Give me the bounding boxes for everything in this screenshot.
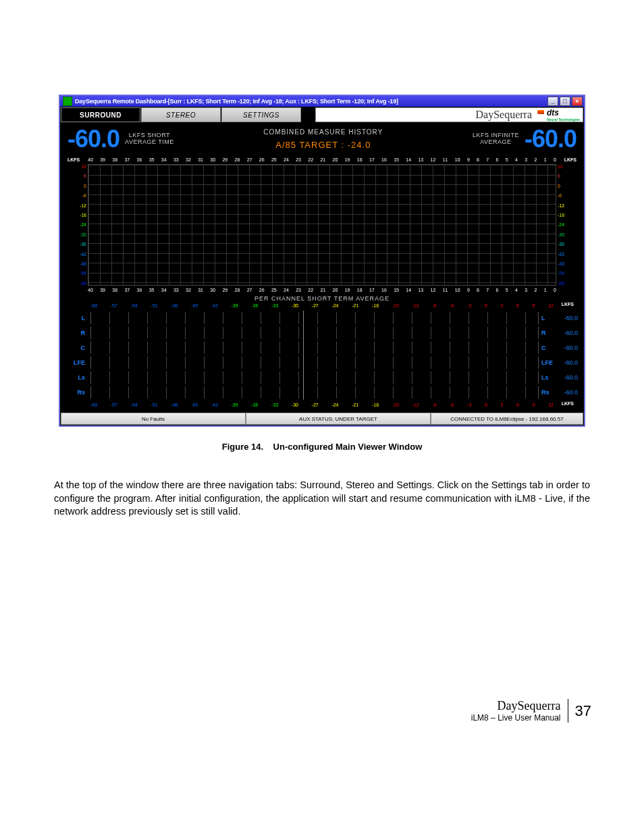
tick: 39 (100, 288, 105, 292)
tick: 19 (345, 288, 350, 292)
maximize-button[interactable]: □ (560, 97, 570, 106)
tick: 21 (320, 157, 325, 162)
tick: 30 (210, 157, 215, 162)
tick: 9 (467, 157, 470, 162)
tab-stereo[interactable]: STEREO (141, 107, 221, 122)
tick: -18 (558, 213, 568, 217)
tick: 0 (485, 402, 487, 407)
tick: 0 (76, 184, 86, 188)
channel-meter (90, 342, 539, 354)
tick: -24 (331, 402, 338, 407)
axis-unit-tl: LKFS (68, 157, 80, 162)
tick: 6 (558, 174, 568, 178)
tick: 5 (506, 288, 508, 292)
tick: 3 (501, 303, 504, 308)
close-button[interactable]: × (572, 97, 583, 106)
tick: -12 (412, 402, 419, 407)
tick: 11 (443, 288, 448, 292)
tick: 4 (515, 157, 518, 162)
channel-value: -60.0 (558, 374, 578, 381)
channel-label-left: LFE (66, 359, 88, 366)
tick: -33 (271, 402, 278, 407)
tick: 18 (357, 288, 363, 292)
tick: 22 (308, 157, 313, 162)
axis-unit-tr: LKFS (564, 157, 576, 162)
tick: 23 (296, 157, 301, 162)
tick: 13 (418, 157, 423, 162)
tick: 24 (284, 288, 289, 292)
channel-label-right: Rs (541, 389, 558, 396)
tick: 29 (222, 288, 227, 292)
per-channel-scale-bottom: -60-57-54-51-48-45-42-39-36-33-30-27-24-… (90, 402, 554, 407)
tick: 7 (486, 157, 489, 162)
x-axis-bottom: 4039383736353433323130292827262524232221… (88, 288, 556, 292)
readings-row: -60.0 LKFS SHORT AVERAGE TIME COMBINED M… (61, 122, 583, 156)
tick: 12 (76, 164, 86, 169)
tick: -57 (111, 402, 117, 407)
history-graph: LKFS LKFS 403938373635343332313029282726… (66, 157, 578, 292)
tick: -36 (251, 303, 258, 308)
tick: -39 (231, 402, 238, 407)
tick: 22 (308, 288, 313, 292)
per-channel-area: PER CHANNEL SHORT TERM AVERAGE -60-57-54… (66, 295, 578, 407)
channel-row-ls: LsLs-60.0 (66, 370, 578, 385)
tick: 25 (271, 157, 277, 162)
window-title: DaySequerra Remote Dashboard-[Surr : LKF… (75, 98, 547, 105)
tick: 34 (161, 157, 167, 162)
inf-avg-value: -60.0 (525, 125, 576, 153)
tick: -27 (312, 303, 319, 308)
tick: -36 (251, 402, 258, 407)
minimize-button[interactable]: _ (547, 97, 558, 106)
tick: 9 (533, 402, 535, 407)
channel-label-left: L (66, 315, 88, 321)
channel-label-right: LFE (541, 359, 558, 366)
tick: 16 (381, 157, 387, 162)
tick: 35 (149, 157, 155, 162)
tick: 0 (558, 184, 568, 188)
tick: -18 (372, 303, 379, 308)
tick: 6 (516, 402, 519, 407)
tick: 5 (506, 157, 508, 162)
tick: -48 (76, 261, 86, 266)
window-titlebar[interactable]: DaySequerra Remote Dashboard-[Surr : LKF… (60, 96, 584, 107)
tick: -51 (151, 402, 157, 407)
tick: -24 (76, 222, 86, 227)
channel-label-left: Rs (66, 389, 88, 396)
channel-row-c: CC-60.0 (66, 340, 578, 355)
document-page: DaySequerra Remote Dashboard-[Surr : LKF… (0, 0, 644, 743)
tick: 38 (112, 157, 117, 162)
tick: 15 (394, 288, 399, 292)
partner-sub: Neural Technologies (547, 118, 580, 122)
tick: 26 (259, 288, 265, 292)
tab-row: SURROUND STEREO SETTINGS DaySequerra dts… (61, 107, 583, 122)
channel-meter (90, 327, 539, 339)
tick: -42 (558, 252, 568, 257)
channel-meter (90, 371, 539, 384)
partner-logo: dts Neural Technologies (537, 108, 580, 122)
channel-label-left: C (66, 344, 88, 351)
channel-value: -60.0 (558, 344, 578, 351)
tick: 32 (186, 157, 191, 162)
tick: -60 (90, 303, 97, 308)
channel-meter (90, 312, 539, 324)
tick: -6 (76, 193, 86, 198)
tick: 27 (247, 157, 252, 162)
tick: 36 (137, 157, 142, 162)
footer-brand: DaySequerra (471, 699, 561, 713)
tick: 8 (477, 288, 479, 292)
tick: -48 (558, 261, 568, 266)
tick: 29 (222, 157, 227, 162)
tick: -57 (111, 303, 117, 308)
tab-settings[interactable]: SETTINGS (221, 107, 301, 122)
tick: 19 (345, 157, 350, 162)
channel-label-right: Ls (541, 374, 558, 381)
partner-name: dts (547, 108, 559, 118)
tick: 34 (161, 288, 167, 292)
tab-surround[interactable]: SURROUND (61, 107, 140, 122)
per-channel-title: PER CHANNEL SHORT TERM AVERAGE (66, 295, 578, 302)
graph-grid (88, 164, 556, 286)
tick: 28 (235, 157, 240, 162)
tick: 1 (544, 157, 547, 162)
tick: 38 (112, 288, 117, 292)
tick: -33 (271, 303, 278, 308)
